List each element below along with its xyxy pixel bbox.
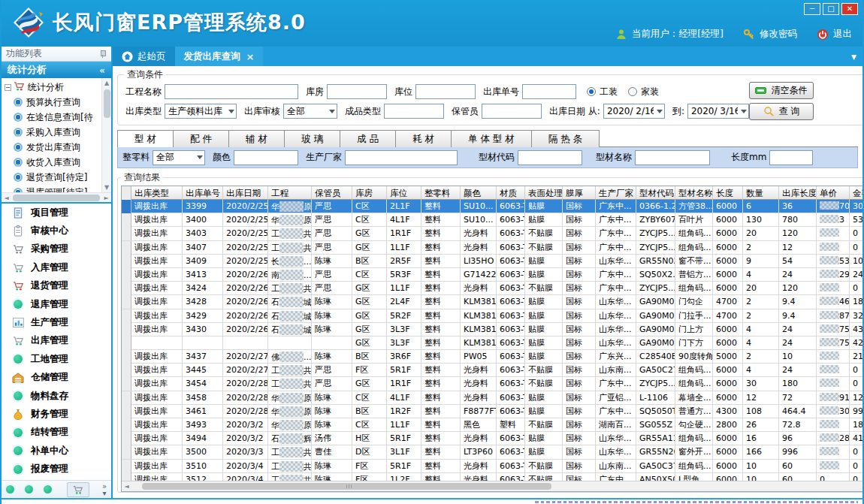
outbound-type-select[interactable]: 生产领料出库 bbox=[165, 104, 237, 119]
table-row[interactable]: 调拨出库35002020/3/3工共工程曹佳D区3L1F整料LT3P606063… bbox=[122, 445, 862, 459]
column-header-型材代码[interactable]: 型材代码 bbox=[636, 186, 675, 200]
sidebar-item-结转管理[interactable]: 结转管理 bbox=[2, 424, 111, 442]
column-header-数量[interactable]: 数量 bbox=[743, 186, 779, 200]
row-selector[interactable] bbox=[122, 268, 131, 282]
project-name-input[interactable] bbox=[165, 84, 298, 99]
table-row[interactable]: 调拨出库34132020/2/26南...严思C区5R3F整料G71422606… bbox=[122, 268, 862, 282]
row-selector[interactable] bbox=[122, 241, 131, 255]
product-type-input[interactable] bbox=[384, 104, 444, 119]
row-selector[interactable] bbox=[122, 364, 131, 377]
sidebar-item-财务管理[interactable]: 财务管理 bbox=[2, 405, 111, 423]
tab-home-page[interactable]: 起始页 bbox=[113, 47, 175, 66]
row-selector[interactable] bbox=[122, 200, 131, 213]
tree-expander-icon[interactable] bbox=[5, 84, 11, 91]
profile-name-input[interactable] bbox=[635, 150, 710, 165]
material-tab-5[interactable]: 成 品 bbox=[340, 130, 396, 147]
statistics-section-header[interactable]: 统计分析 « bbox=[2, 62, 111, 78]
profile-code-input[interactable] bbox=[518, 150, 582, 165]
row-selector[interactable] bbox=[122, 337, 131, 350]
column-header-出库日期[interactable]: 出库日期 bbox=[223, 186, 268, 200]
column-header-保管员[interactable]: 保管员 bbox=[312, 186, 352, 200]
sidebar-item-工地管理[interactable]: 工地管理 bbox=[2, 350, 111, 368]
scroll-left-icon[interactable]: ◄ bbox=[122, 481, 131, 491]
tree-root-statistics[interactable]: 统计分析 bbox=[5, 80, 101, 95]
scroll-up-icon[interactable]: ▲ bbox=[102, 78, 112, 88]
column-header-出库单号[interactable]: 出库单号 bbox=[183, 186, 223, 200]
sidebar-item-出库管理[interactable]: 出库管理 bbox=[2, 332, 111, 350]
sidebar-item-物料盘存[interactable]: 物料盘存 bbox=[2, 387, 111, 405]
sidebar-item-采购管理[interactable]: 采购管理 bbox=[2, 240, 111, 258]
table-row[interactable]: 调拨出库33992020/2/25华原...严思C区2L1F整料SU10...6… bbox=[122, 200, 862, 213]
sidebar-item-退库管理[interactable]: 退库管理 bbox=[2, 295, 111, 313]
column-header-出库长度[interactable]: 出库长度 bbox=[779, 186, 817, 200]
maximize-button[interactable]: □ bbox=[823, 3, 839, 15]
column-header-工程[interactable]: 工程 bbox=[268, 186, 312, 200]
row-selector[interactable] bbox=[122, 309, 131, 323]
color-input[interactable] bbox=[234, 150, 298, 165]
table-row[interactable]: 调拨出库34282020/2/26石城陈琳G区2L4F整料KLM38176063… bbox=[122, 295, 862, 309]
sidebar-item-审核中心[interactable]: 审核中心 bbox=[2, 222, 111, 240]
table-row[interactable]: 调拨出库34302020/2/26石城陈琳G区3L3F整料KLM38176063… bbox=[122, 323, 862, 337]
tree-item-退货查询[待定][interactable]: 退货查询[待定] bbox=[5, 170, 101, 185]
row-selector[interactable] bbox=[122, 405, 131, 418]
column-header-表面处理[interactable]: 表面处理 bbox=[525, 186, 563, 200]
table-row[interactable]: 调拨出库34582020/2/28华原...陈琳C区4L1F整料光身料6063-… bbox=[122, 391, 862, 405]
pin-icon[interactable] bbox=[99, 50, 107, 58]
toolbar-cart-button[interactable] bbox=[67, 482, 89, 497]
sidebar-item-报废管理[interactable]: 报废管理 bbox=[2, 460, 111, 478]
toolbar-overflow-button[interactable]: »▾ bbox=[102, 483, 107, 496]
row-selector[interactable] bbox=[122, 460, 131, 473]
sidebar-item-项目管理[interactable]: 项目管理 bbox=[2, 204, 111, 222]
column-header-单价[interactable]: 单价 bbox=[817, 186, 850, 200]
row-selector[interactable] bbox=[122, 432, 131, 445]
row-selector[interactable] bbox=[122, 213, 131, 227]
column-header-金额[interactable]: 金额 bbox=[850, 186, 862, 200]
material-tab-6[interactable]: 耗 材 bbox=[395, 130, 452, 147]
row-selector[interactable] bbox=[122, 473, 131, 481]
tree-vertical-scrollbar[interactable]: ▲ ▼ bbox=[101, 78, 111, 192]
column-header-生产厂家[interactable]: 生产厂家 bbox=[596, 186, 636, 200]
tree-item-退库管理[待定][interactable]: 退库管理[待定] bbox=[5, 185, 101, 192]
tab-shipment-outbound-query[interactable]: 发货出库查询× bbox=[175, 47, 264, 66]
column-header-颜色[interactable]: 颜色 bbox=[461, 186, 497, 200]
row-selector[interactable] bbox=[122, 255, 131, 268]
toolbar-dot-icon[interactable] bbox=[6, 485, 14, 493]
table-row[interactable]: 调拨出库34072020/2/25工共工程严思G区1L1F整料光身料6063-T… bbox=[122, 241, 862, 255]
table-row[interactable]: 调拨出库34372020/2/27佛...陈琳B区3R6F整料PW056063-… bbox=[122, 350, 862, 364]
column-header-库房[interactable]: 库房 bbox=[352, 186, 387, 200]
outbound-order-no-input[interactable] bbox=[522, 84, 576, 99]
tree-item-收货入库查询[interactable]: 收货入库查询 bbox=[5, 155, 101, 170]
table-row[interactable]: 调拨出库34092020/2/25长...陈琳B区2R5F整料LI35HO606… bbox=[122, 255, 862, 268]
row-selector[interactable] bbox=[122, 377, 131, 391]
tab-list-dropdown-icon[interactable]: ▼ bbox=[851, 53, 856, 61]
row-selector[interactable] bbox=[122, 391, 131, 405]
sidebar-item-退货管理[interactable]: 退货管理 bbox=[2, 277, 111, 295]
minimize-button[interactable]: ─ bbox=[804, 3, 820, 15]
logout-button[interactable]: 退出 bbox=[817, 28, 852, 41]
radio-industrial[interactable]: 工装 bbox=[587, 86, 618, 98]
column-header-整零料[interactable]: 整零料 bbox=[421, 186, 461, 200]
date-from-select[interactable]: 2020/ 2/16 bbox=[603, 104, 665, 119]
material-tab-4[interactable]: 玻 璃 bbox=[284, 130, 340, 147]
row-selector[interactable] bbox=[122, 227, 131, 240]
change-password-button[interactable]: 修改密码 bbox=[743, 28, 797, 41]
scroll-left-icon[interactable]: ◄ bbox=[2, 193, 11, 203]
material-tab-1[interactable]: 型 材 bbox=[117, 130, 174, 147]
column-header-型材名称[interactable]: 型材名称 bbox=[675, 186, 713, 200]
row-selector[interactable] bbox=[122, 445, 131, 459]
outbound-audit-select[interactable]: 全部 bbox=[283, 104, 337, 119]
date-to-select[interactable]: 2020/ 3/16 bbox=[687, 104, 749, 119]
tab-close-icon[interactable]: × bbox=[246, 51, 255, 62]
column-header-出库类型[interactable]: 出库类型 bbox=[131, 186, 183, 200]
column-header-库位[interactable]: 库位 bbox=[387, 186, 421, 200]
whole-part-select[interactable]: 全部 bbox=[153, 150, 205, 165]
table-row[interactable]: 调拨出库34032020/2/25工共工程严思G区1R1F整料光身料6063-T… bbox=[122, 227, 862, 240]
scrollbar-thumb[interactable] bbox=[104, 89, 110, 118]
table-row[interactable]: 调拨出库34452020/2/27工共工程严思F区5R1F整料光身料6063-T… bbox=[122, 364, 862, 377]
table-row[interactable]: G区3L3F整料KLM38176063-T5贴膜国标山东华...GA90M09.… bbox=[122, 337, 862, 350]
column-header-长度[interactable]: 长度 bbox=[713, 186, 743, 200]
grid-horizontal-scrollbar[interactable]: ◄ ► bbox=[122, 481, 862, 491]
material-tab-3[interactable]: 辅 材 bbox=[228, 130, 285, 147]
clear-conditions-button[interactable]: 清空条件 bbox=[749, 82, 814, 99]
row-selector[interactable] bbox=[122, 323, 131, 337]
